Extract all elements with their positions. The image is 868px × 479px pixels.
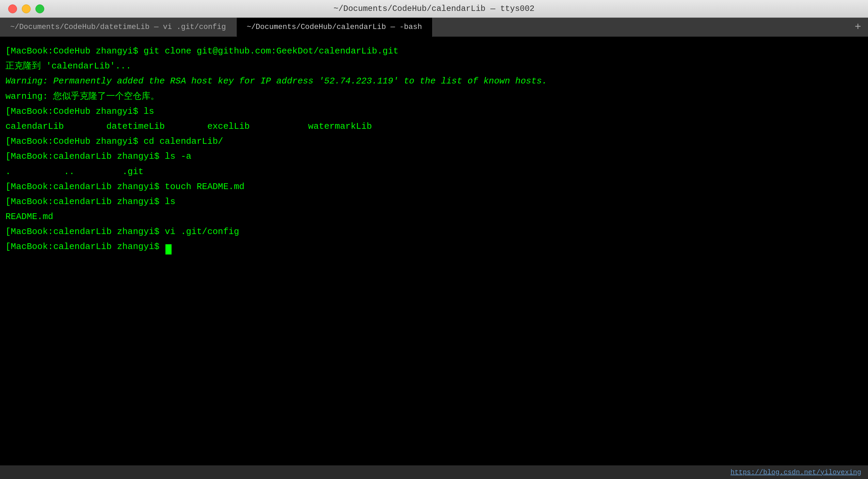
- traffic-lights: [0, 4, 44, 13]
- tab-bar: ~/Documents/CodeHub/datetimeLib — vi .gi…: [0, 18, 868, 37]
- terminal-line: [MacBook:calendarLib zhangyi$ vi .git/co…: [5, 224, 863, 239]
- terminal-line: [MacBook:calendarLib zhangyi$ ls: [5, 194, 863, 209]
- terminal-line: calendarLib datetimeLib excelLib waterma…: [5, 119, 863, 134]
- bottom-link[interactable]: https://blog.csdn.net/yilovexing: [730, 468, 861, 476]
- terminal-line: . .. .git: [5, 164, 863, 179]
- terminal-cursor: [165, 244, 172, 254]
- terminal-area: [MacBook:CodeHub zhangyi$ git clone git@…: [0, 37, 868, 465]
- terminal-line: [MacBook:CodeHub zhangyi$ git clone git@…: [5, 44, 863, 59]
- title-bar: ~/Documents/CodeHub/calendarLib — ttys00…: [0, 0, 868, 18]
- terminal-line: [MacBook:calendarLib zhangyi$ ls -a: [5, 149, 863, 164]
- terminal-line: warning: 您似乎克隆了一个空仓库。: [5, 89, 863, 104]
- bottom-bar: https://blog.csdn.net/yilovexing: [0, 465, 868, 479]
- add-tab-button[interactable]: +: [855, 21, 861, 33]
- terminal-line: README.md: [5, 209, 863, 224]
- tab-calendarlib[interactable]: ~/Documents/CodeHub/calendarLib — -bash: [237, 18, 433, 37]
- terminal-line: 正克隆到 'calendarLib'...: [5, 59, 863, 74]
- terminal-line: [MacBook:CodeHub zhangyi$ ls: [5, 104, 863, 119]
- window-title: ~/Documents/CodeHub/calendarLib — ttys00…: [334, 4, 535, 13]
- terminal-line: [MacBook:CodeHub zhangyi$ cd calendarLib…: [5, 134, 863, 149]
- terminal-line: Warning: Permanently added the RSA host …: [5, 74, 863, 89]
- minimize-button[interactable]: [22, 4, 31, 13]
- close-button[interactable]: [8, 4, 17, 13]
- terminal-prompt-line[interactable]: [MacBook:calendarLib zhangyi$: [5, 239, 863, 254]
- maximize-button[interactable]: [35, 4, 44, 13]
- tab-datetimelib[interactable]: ~/Documents/CodeHub/datetimeLib — vi .gi…: [0, 18, 237, 37]
- terminal-line: [MacBook:calendarLib zhangyi$ touch READ…: [5, 179, 863, 194]
